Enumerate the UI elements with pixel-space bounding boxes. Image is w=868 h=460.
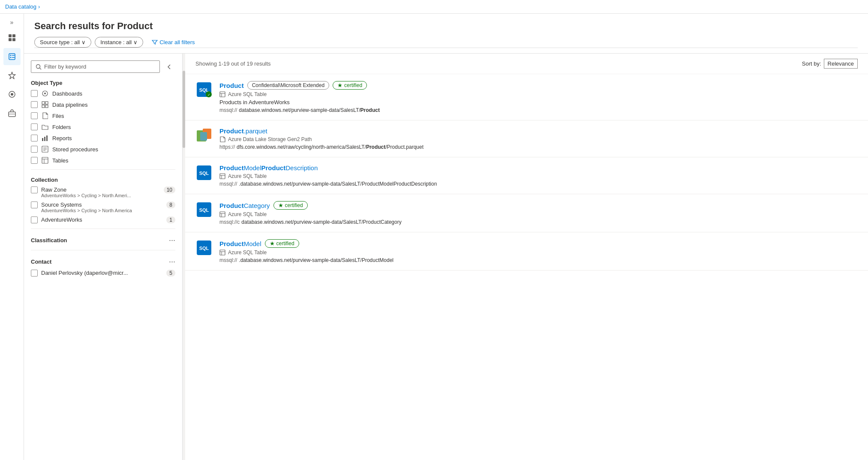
result-product[interactable]: SQL ✓ Product Confidential\Microsoft Ext…	[185, 74, 868, 120]
filter-folders[interactable]: Folders	[24, 121, 182, 132]
table-type-icon	[219, 91, 225, 97]
filter-dashboards[interactable]: Dashboards	[24, 88, 182, 99]
raw-zone-path: AdventureWorks > Cycling > North Ameri..…	[41, 193, 160, 198]
filter-tables[interactable]: Tables	[24, 155, 182, 166]
tables-label: Tables	[52, 157, 69, 164]
product-parquet-type-label: Azure Data Lake Storage Gen2 Path	[228, 136, 312, 142]
result-product-category[interactable]: SQL ProductCategory certified	[185, 194, 868, 232]
filter-reports[interactable]: Reports	[24, 132, 182, 144]
nav-icon-circle[interactable]	[3, 86, 21, 103]
result-product-model-desc[interactable]: SQL ProductModelProductDescription Azure…	[185, 157, 868, 194]
files-checkbox[interactable]	[31, 112, 38, 119]
collapse-sidebar-button[interactable]	[163, 61, 175, 73]
nav-icon-pin[interactable]	[3, 67, 21, 84]
source-type-filter[interactable]: Source type : all ∨	[34, 37, 91, 48]
clear-filters-button[interactable]: Clear all filters	[148, 37, 198, 47]
app-container: »	[0, 14, 868, 460]
product-confidential-badge: Confidential\Microsoft Extended	[247, 81, 329, 90]
folders-checkbox[interactable]	[31, 123, 38, 130]
sidebar-scrollbar[interactable]	[183, 54, 185, 460]
product-content: Product Confidential\Microsoft Extended …	[219, 81, 858, 113]
product-parquet-title[interactable]: Product.parquet	[219, 127, 267, 135]
contact-daniel[interactable]: Daniel Perlovsky (daperlov@micr... 5	[24, 268, 182, 278]
svg-rect-3	[12, 38, 15, 41]
left-nav: »	[0, 14, 24, 460]
filter-stored-procedures[interactable]: Stored procedures	[24, 144, 182, 155]
collection-source-systems[interactable]: Source Systems AdventureWorks > Cycling …	[24, 200, 182, 215]
stored-procedures-label: Stored procedures	[52, 146, 98, 153]
collection-raw-zone[interactable]: Raw Zone AdventureWorks > Cycling > Nort…	[24, 185, 182, 200]
svg-rect-18	[45, 102, 48, 104]
product-type-label: Azure SQL Table	[228, 91, 267, 97]
source-systems-count: 8	[166, 201, 175, 208]
stored-procedures-checkbox[interactable]	[31, 146, 38, 153]
contact-more-button[interactable]: ···	[169, 257, 175, 266]
product-model-desc-title[interactable]: ProductModelProductDescription	[219, 164, 318, 171]
table-type-icon-3	[219, 211, 225, 217]
adventureworks-checkbox[interactable]	[31, 216, 38, 223]
product-model-desc-url: mssql:// .database.windows.net/purview-s…	[219, 181, 858, 187]
source-systems-path: AdventureWorks > Cycling > North America	[41, 208, 163, 213]
source-systems-checkbox[interactable]	[31, 201, 38, 208]
product-url-prefix: mssql://	[219, 107, 237, 113]
filter-bar: Source type : all ∨ Instance : all ∨ Cle…	[34, 37, 858, 48]
svg-rect-43	[220, 174, 225, 179]
content-area: Search results for Product Source type :…	[24, 14, 868, 460]
product-category-icon: SQL	[195, 201, 213, 218]
nav-expand-button[interactable]: »	[9, 17, 15, 27]
keyword-filter-input[interactable]: Filter by keyword	[31, 60, 160, 73]
product-model-desc-icon: SQL	[195, 164, 213, 181]
svg-rect-22	[44, 137, 45, 141]
sort-dropdown[interactable]: Relevance	[824, 59, 858, 69]
product-model-title[interactable]: ProductModel	[219, 240, 261, 247]
result-product-parquet[interactable]: Product.parquet Azure Data Lake Storage …	[185, 120, 868, 157]
folders-label: Folders	[52, 124, 71, 130]
certified-icon-3	[270, 241, 275, 246]
source-type-chevron: ∨	[81, 39, 86, 45]
product-title[interactable]: Product	[219, 82, 244, 89]
results-area: Filter by keyword Object Type Das	[24, 54, 868, 460]
files-label: Files	[52, 113, 64, 119]
reports-checkbox[interactable]	[31, 135, 38, 141]
product-category-title[interactable]: ProductCategory	[219, 202, 270, 209]
classification-more-button[interactable]: ···	[169, 236, 175, 245]
svg-rect-2	[9, 38, 12, 41]
svg-rect-19	[42, 105, 45, 108]
product-category-certified-badge: certified	[273, 201, 308, 210]
product-model-url: mssql:// .database.windows.net/purview-s…	[219, 257, 858, 263]
product-model-type-label: Azure SQL Table	[228, 250, 267, 256]
sidebar: Filter by keyword Object Type Das	[24, 54, 183, 460]
result-product-model[interactable]: SQL ProductModel certified	[185, 232, 868, 271]
svg-rect-20	[45, 105, 48, 108]
product-category-suffix: database.windows.net/purview-sample-data…	[241, 219, 401, 225]
svg-line-14	[40, 68, 42, 69]
product-model-desc-prefix: mssql://	[219, 181, 237, 187]
section-divider-1	[31, 169, 175, 170]
breadcrumb[interactable]: Data catalog ›	[5, 3, 40, 10]
daniel-checkbox[interactable]	[31, 270, 38, 277]
tables-icon	[41, 156, 49, 164]
daniel-name: Daniel Perlovsky (daperlov@micr...	[41, 270, 163, 276]
nav-icon-grid[interactable]	[3, 29, 21, 46]
reports-icon	[41, 134, 49, 142]
product-model-desc-type-label: Azure SQL Table	[228, 173, 267, 179]
results-count: Showing 1-19 out of 19 results	[195, 60, 271, 67]
instance-filter[interactable]: Instance : all ∨	[95, 37, 143, 48]
data-pipelines-checkbox[interactable]	[31, 101, 38, 108]
filter-data-pipelines[interactable]: Data pipelines	[24, 99, 182, 110]
filter-files[interactable]: Files	[24, 110, 182, 121]
nav-icon-briefcase[interactable]	[3, 105, 21, 122]
raw-zone-info: Raw Zone AdventureWorks > Cycling > Nort…	[41, 186, 160, 198]
nav-icon-catalog[interactable]	[3, 48, 21, 65]
product-parquet-url-prefix: https://	[219, 144, 235, 150]
svg-rect-21	[42, 138, 43, 141]
collection-adventureworks[interactable]: AdventureWorks 1	[24, 215, 182, 225]
svg-rect-28	[42, 157, 48, 163]
reports-label: Reports	[52, 135, 72, 141]
raw-zone-checkbox[interactable]	[31, 186, 38, 193]
dashboards-checkbox[interactable]	[31, 90, 38, 97]
tables-checkbox[interactable]	[31, 157, 38, 164]
daniel-count: 5	[166, 270, 175, 277]
sidebar-scrollbar-thumb[interactable]	[183, 71, 185, 148]
certified-icon	[337, 83, 342, 88]
